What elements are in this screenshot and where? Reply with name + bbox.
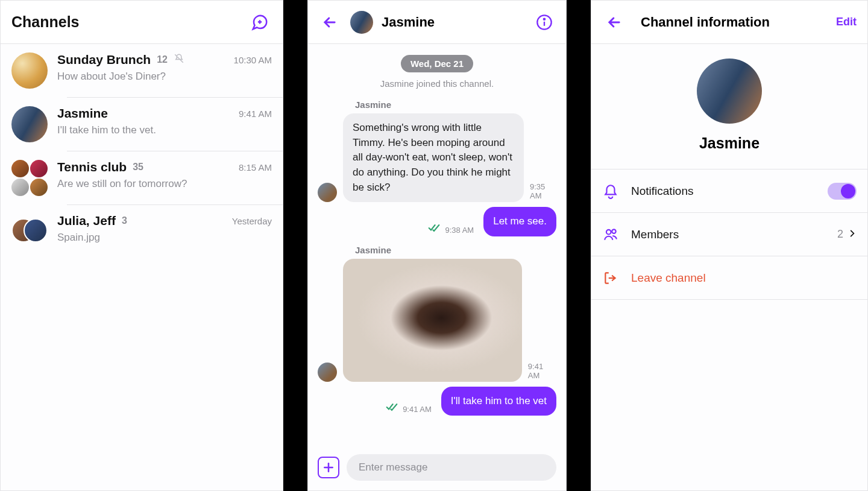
info-avatar[interactable] xyxy=(697,59,762,124)
message-image[interactable] xyxy=(343,259,522,382)
message-time: 9:41 AM xyxy=(528,362,556,382)
settings-notifications[interactable]: Notifications xyxy=(591,169,867,213)
message-bubble: I'll take him to the vet xyxy=(441,387,556,416)
channel-count: 35 xyxy=(133,162,143,173)
channel-preview: How about Joe's Diner? xyxy=(57,71,272,83)
message-avatar xyxy=(318,183,337,202)
date-chip: Wed, Dec 21 xyxy=(401,55,473,72)
message-bubble: Something's wrong with little Timmy. He'… xyxy=(343,113,524,202)
channel-row[interactable]: Sunday Brunch 12 10:30 AM How about Joe'… xyxy=(1,44,283,97)
back-button[interactable] xyxy=(602,10,626,34)
info-screen: Channel information Edit Jasmine Notific… xyxy=(591,0,868,491)
message-avatar xyxy=(318,363,337,382)
info-body: Jasmine Notifications Members 2 xyxy=(591,44,867,300)
system-message: Jasmine joined this channel. xyxy=(318,78,556,89)
leave-icon xyxy=(602,270,619,286)
channel-time: Yesterday xyxy=(232,216,272,226)
members-icon xyxy=(602,227,619,242)
channel-name: Sunday Brunch xyxy=(57,52,151,67)
channel-avatar xyxy=(11,106,48,142)
channels-list[interactable]: Sunday Brunch 12 10:30 AM How about Joe'… xyxy=(1,44,283,490)
settings-label: Members xyxy=(631,228,825,241)
channel-row[interactable]: Julia, Jeff 3 Yesterday Spain.jpg xyxy=(1,205,283,258)
settings-members[interactable]: Members 2 xyxy=(591,213,867,256)
info-title: Channel information xyxy=(641,14,770,30)
channel-avatar xyxy=(11,214,48,250)
svg-point-8 xyxy=(612,229,616,233)
svg-point-7 xyxy=(606,229,611,234)
channel-count: 12 xyxy=(157,54,168,65)
channel-info-button[interactable] xyxy=(532,10,556,34)
channel-row[interactable]: Tennis club 35 8:15 AM Are we still on f… xyxy=(1,151,283,204)
info-channel-name: Jasmine xyxy=(591,135,867,152)
chat-avatar[interactable] xyxy=(350,11,373,34)
channels-title: Channels xyxy=(11,13,80,31)
read-receipt-icon xyxy=(386,403,398,416)
channel-avatar xyxy=(11,160,48,196)
members-count: 2 xyxy=(837,228,843,241)
channel-count: 3 xyxy=(122,215,127,226)
chevron-right-icon xyxy=(848,228,857,241)
edit-button[interactable]: Edit xyxy=(836,16,857,28)
info-header: Channel information Edit xyxy=(591,1,867,44)
channel-preview: Spain.jpg xyxy=(57,232,272,244)
compose-bar xyxy=(308,446,566,490)
chat-body[interactable]: Wed, Dec 21 Jasmine joined this channel.… xyxy=(308,44,566,446)
sender-label: Jasmine xyxy=(355,100,556,110)
message-out[interactable]: 9:41 AM I'll take him to the vet xyxy=(318,387,556,416)
channel-preview: Are we still on for tomorrow? xyxy=(57,178,272,190)
attach-button[interactable] xyxy=(318,457,339,478)
channel-name: Julia, Jeff xyxy=(57,214,116,228)
settings-label: Notifications xyxy=(631,185,816,198)
back-button[interactable] xyxy=(318,10,342,34)
message-bubble: Let me see. xyxy=(483,207,556,236)
message-time: 9:38 AM xyxy=(445,226,474,236)
members-count-trail: 2 xyxy=(837,228,857,241)
chat-header: Jasmine xyxy=(308,1,566,44)
settings-label: Leave channel xyxy=(631,271,857,285)
message-in[interactable]: Something's wrong with little Timmy. He'… xyxy=(318,113,556,202)
muted-icon xyxy=(174,53,184,66)
channel-name: Tennis club xyxy=(57,160,127,174)
read-receipt-icon xyxy=(428,224,440,236)
channel-name: Jasmine xyxy=(57,106,108,121)
channel-time: 9:41 AM xyxy=(239,109,272,119)
message-input[interactable] xyxy=(347,454,556,481)
notifications-toggle[interactable] xyxy=(828,183,857,200)
channel-avatar xyxy=(11,52,48,89)
sender-label: Jasmine xyxy=(355,245,556,255)
chat-title: Jasmine xyxy=(382,14,435,30)
chat-screen: Jasmine Wed, Dec 21 Jasmine joined this … xyxy=(307,0,567,491)
channel-time: 10:30 AM xyxy=(234,55,272,65)
message-out[interactable]: 9:38 AM Let me see. xyxy=(318,207,556,236)
new-channel-button[interactable] xyxy=(248,10,272,34)
settings-list: Notifications Members 2 Le xyxy=(591,169,867,300)
bell-icon xyxy=(602,183,619,199)
settings-leave[interactable]: Leave channel xyxy=(591,256,867,300)
channel-row[interactable]: Jasmine 9:41 AM I'll take him to the vet… xyxy=(1,98,283,151)
message-time: 9:35 AM xyxy=(530,182,556,202)
message-time: 9:41 AM xyxy=(403,405,432,416)
message-in[interactable]: 9:41 AM xyxy=(318,259,556,382)
channel-preview: I'll take him to the vet. xyxy=(57,124,272,136)
channels-screen: Channels Sunday Brunch 12 10:30 AM xyxy=(0,0,283,491)
channel-time: 8:15 AM xyxy=(239,162,272,173)
channels-header: Channels xyxy=(1,1,283,44)
svg-point-4 xyxy=(544,18,545,19)
